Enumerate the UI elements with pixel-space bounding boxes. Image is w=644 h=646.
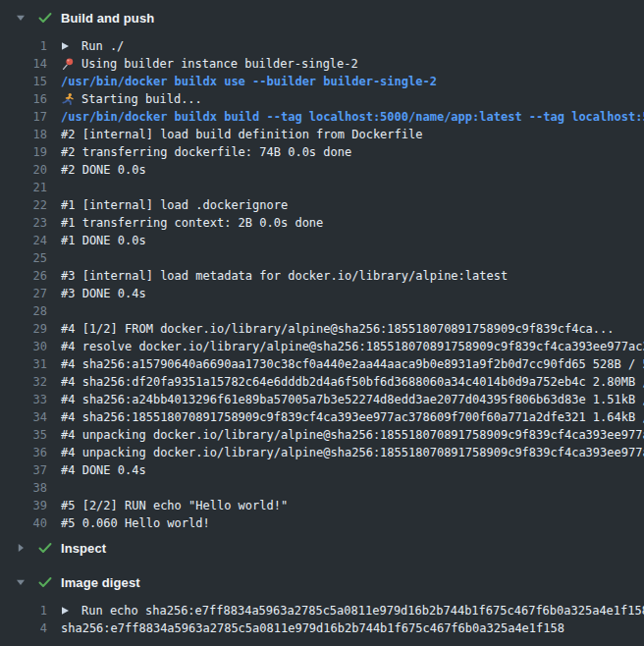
line-content <box>61 302 644 320</box>
line-content: #4 unpacking docker.io/library/alpine@sh… <box>61 426 644 444</box>
log-line: 34 #4 sha256:185518070891758909c9f839cf4… <box>0 408 644 426</box>
log-line: 17 /usr/bin/docker buildx build --tag lo… <box>0 108 644 126</box>
line-text: sha256:e7ff8834a5963a2785c5a0811e979d16b… <box>61 619 564 637</box>
line-text: Using builder instance builder-single-2 <box>81 55 358 73</box>
line-number[interactable]: 23 <box>0 214 47 232</box>
line-content: #2 [internal] load build definition from… <box>61 126 644 143</box>
chevron-down-icon[interactable] <box>16 577 26 587</box>
line-text: #3 [internal] load metadata for docker.i… <box>61 267 508 285</box>
log-line: 4 sha256:e7ff8834a5963a2785c5a0811e979d1… <box>0 619 644 637</box>
line-content: Run echo sha256:e7ff8834a5963a2785c5a081… <box>61 602 644 619</box>
log-section-build-and-push: Build and push 1 Run ./ 14 Using builder… <box>0 4 644 534</box>
section-header-build-and-push[interactable]: Build and push <box>0 4 644 31</box>
line-text: Starting build... <box>81 90 202 108</box>
line-content: #4 resolve docker.io/library/alpine@sha2… <box>61 338 644 355</box>
log-line: 28 <box>0 302 644 320</box>
line-number[interactable]: 37 <box>0 461 47 479</box>
success-check-icon <box>37 540 53 556</box>
runner-icon <box>61 92 75 106</box>
line-number[interactable]: 15 <box>0 73 47 90</box>
log-line: 1 Run ./ <box>0 37 644 55</box>
line-content: #3 DONE 0.4s <box>61 285 644 302</box>
line-content <box>61 479 644 497</box>
line-number[interactable]: 40 <box>0 514 47 532</box>
success-check-icon <box>37 10 53 26</box>
line-text: #4 [1/2] FROM docker.io/library/alpine@s… <box>61 320 615 338</box>
group-toggle-icon[interactable] <box>61 41 70 51</box>
line-content: #4 sha256:a15790640a6690aa1730c38cf0a440… <box>61 355 644 373</box>
log-line: 36 #4 unpacking docker.io/library/alpine… <box>0 444 644 461</box>
line-number[interactable]: 39 <box>0 497 47 514</box>
line-text: /usr/bin/docker buildx use --builder bui… <box>61 73 437 90</box>
chevron-down-icon[interactable] <box>16 13 26 23</box>
chevron-right-icon[interactable] <box>16 543 26 553</box>
line-number[interactable]: 14 <box>0 55 47 73</box>
line-content: #4 unpacking docker.io/library/alpine@sh… <box>61 444 644 461</box>
line-number[interactable]: 24 <box>0 232 47 249</box>
line-text: /usr/bin/docker buildx build --tag local… <box>61 108 644 126</box>
line-number[interactable]: 17 <box>0 108 47 126</box>
line-number[interactable]: 38 <box>0 479 47 497</box>
section-body: 1 Run ./ 14 Using builder instance build… <box>0 31 644 534</box>
line-content: #4 sha256:185518070891758909c9f839cf4ca3… <box>61 408 644 426</box>
log-line: 39 #5 [2/2] RUN echo "Hello world!" <box>0 497 644 514</box>
line-content: #5 0.060 Hello world! <box>61 514 644 532</box>
line-number[interactable]: 31 <box>0 355 47 373</box>
line-text: #3 DONE 0.4s <box>61 285 146 302</box>
line-number[interactable]: 1 <box>0 602 47 619</box>
log-line: 20 #2 DONE 0.0s <box>0 161 644 179</box>
log-line: 15 /usr/bin/docker buildx use --builder … <box>0 73 644 90</box>
line-number[interactable]: 30 <box>0 338 47 355</box>
line-number[interactable]: 29 <box>0 320 47 338</box>
line-number[interactable]: 35 <box>0 426 47 444</box>
line-number[interactable]: 25 <box>0 249 47 267</box>
log-line: 29 #4 [1/2] FROM docker.io/library/alpin… <box>0 320 644 338</box>
log-line: 26 #3 [internal] load metadata for docke… <box>0 267 644 285</box>
line-content: #3 [internal] load metadata for docker.i… <box>61 267 644 285</box>
line-text: #1 transferring context: 2B 0.0s done <box>61 214 323 232</box>
line-number[interactable]: 18 <box>0 126 47 143</box>
line-number[interactable]: 33 <box>0 391 47 408</box>
line-number[interactable]: 16 <box>0 90 47 108</box>
line-number[interactable]: 36 <box>0 444 47 461</box>
log-line: 22 #1 [internal] load .dockerignore <box>0 196 644 214</box>
line-text: #5 0.060 Hello world! <box>61 514 210 532</box>
line-number[interactable]: 32 <box>0 373 47 391</box>
line-text: #4 sha256:df20fa9351a15782c64e6dddb2d4a6… <box>61 373 644 391</box>
line-text: #4 resolve docker.io/library/alpine@sha2… <box>61 338 644 355</box>
line-number[interactable]: 22 <box>0 196 47 214</box>
line-text: Run echo sha256:e7ff8834a5963a2785c5a081… <box>81 602 644 619</box>
pushpin-icon <box>61 57 75 71</box>
line-number[interactable]: 34 <box>0 408 47 426</box>
section-header-image-digest[interactable]: Image digest <box>0 568 644 596</box>
line-content: /usr/bin/docker buildx use --builder bui… <box>61 73 644 90</box>
line-text: #2 [internal] load build definition from… <box>61 126 422 143</box>
line-text: #2 transferring dockerfile: 74B 0.0s don… <box>61 143 351 161</box>
line-number[interactable]: 1 <box>0 37 47 55</box>
log-line: 33 #4 sha256:a24bb4013296f61e89ba57005a7… <box>0 391 644 408</box>
line-number[interactable]: 4 <box>0 619 47 637</box>
line-text: #4 sha256:a24bb4013296f61e89ba57005a7b3e… <box>61 391 644 408</box>
line-number[interactable]: 27 <box>0 285 47 302</box>
line-text: #1 DONE 0.0s <box>61 232 146 249</box>
log-section-image-digest: Image digest 1 Run echo sha256:e7ff8834a… <box>0 568 644 639</box>
line-number[interactable]: 26 <box>0 267 47 285</box>
section-title: Inspect <box>61 541 106 556</box>
line-number[interactable]: 20 <box>0 161 47 179</box>
line-number[interactable]: 28 <box>0 302 47 320</box>
log-line: 31 #4 sha256:a15790640a6690aa1730c38cf0a… <box>0 355 644 373</box>
line-content: #4 sha256:df20fa9351a15782c64e6dddb2d4a6… <box>61 373 644 391</box>
line-number[interactable]: 21 <box>0 179 47 196</box>
log-line: 40 #5 0.060 Hello world! <box>0 514 644 532</box>
line-content: #4 sha256:a24bb4013296f61e89ba57005a7b3e… <box>61 391 644 408</box>
line-number[interactable]: 19 <box>0 143 47 161</box>
line-content: #2 transferring dockerfile: 74B 0.0s don… <box>61 143 644 161</box>
line-content: #1 [internal] load .dockerignore <box>61 196 644 214</box>
log-line: 23 #1 transferring context: 2B 0.0s done <box>0 214 644 232</box>
log-line: 27 #3 DONE 0.4s <box>0 285 644 302</box>
group-toggle-icon[interactable] <box>61 606 70 616</box>
line-content: /usr/bin/docker buildx build --tag local… <box>61 108 644 126</box>
section-header-inspect[interactable]: Inspect <box>0 534 644 562</box>
line-text: #1 [internal] load .dockerignore <box>61 196 288 214</box>
line-text: #4 sha256:185518070891758909c9f839cf4ca3… <box>61 408 644 426</box>
